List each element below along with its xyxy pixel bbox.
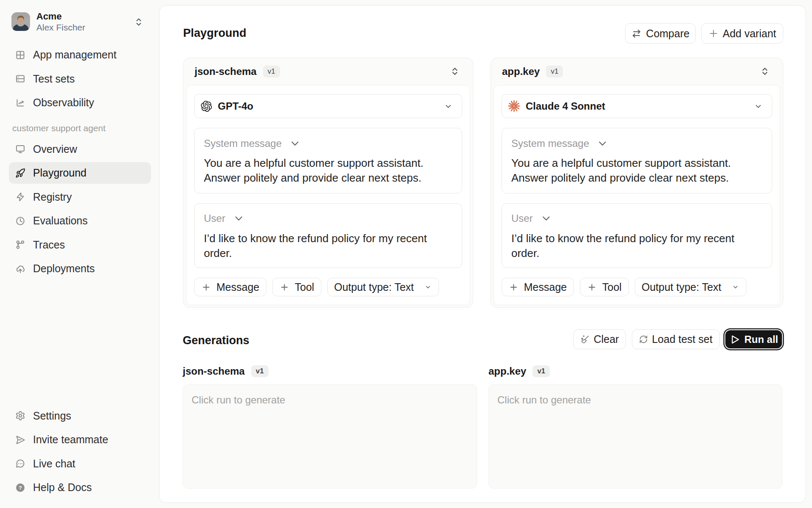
svg-text:?: ? <box>19 484 22 491</box>
